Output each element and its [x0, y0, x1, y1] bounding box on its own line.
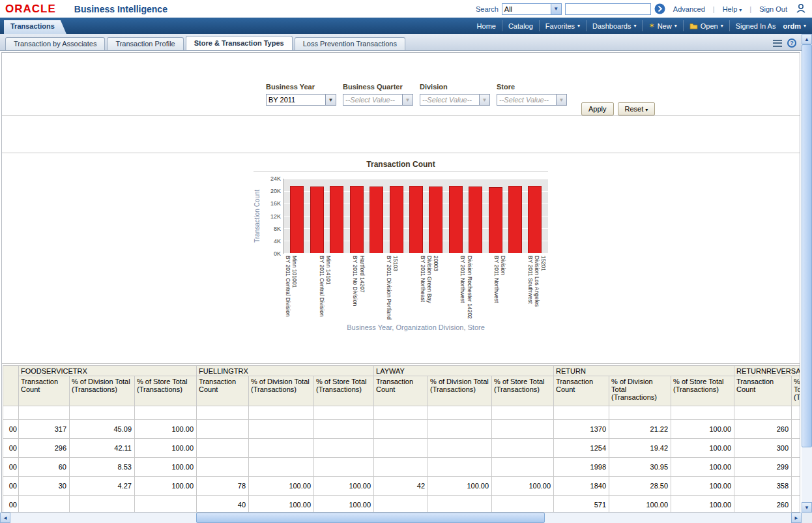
hscroll-track[interactable]	[10, 513, 791, 523]
hscroll-thumb[interactable]	[196, 513, 545, 523]
bar[interactable]	[330, 186, 343, 253]
gridline	[284, 253, 548, 254]
tab-loss-prevention-transactions[interactable]: Loss Prevention Transactions	[295, 37, 405, 50]
cell: 00	[3, 496, 19, 513]
y-tick-label: 0K	[274, 250, 281, 257]
nav-new[interactable]: ✶New▾	[642, 20, 682, 31]
dashboard-tab-transactions[interactable]: Transactions	[4, 20, 66, 34]
cell: 30	[19, 477, 70, 496]
cell: 1370	[554, 420, 609, 439]
page-options-icon[interactable]	[773, 40, 782, 47]
division-select[interactable]: --Select Value-- ▼	[420, 94, 490, 106]
search-go-icon[interactable]	[654, 3, 665, 14]
column-header: % of Store Total (Transactions)	[135, 376, 197, 406]
cell: 30.95	[609, 458, 671, 477]
cell: 260	[734, 420, 792, 439]
cell: 78	[197, 477, 249, 496]
dashboard-page-tabs: Transaction by Associates Transaction Pr…	[0, 34, 802, 51]
tab-transaction-by-associates[interactable]: Transaction by Associates	[5, 37, 105, 50]
cell	[314, 406, 374, 420]
help-link[interactable]: Help ▾	[718, 5, 747, 13]
search-input[interactable]	[565, 3, 651, 15]
scroll-up-icon[interactable]: ▲	[802, 34, 812, 44]
cell: 00	[3, 458, 19, 477]
cell	[792, 406, 800, 420]
bar[interactable]	[350, 186, 364, 253]
cell	[314, 458, 374, 477]
bar-series	[284, 179, 548, 253]
business-quarter-select[interactable]: --Select Value-- ▼	[343, 94, 413, 106]
sign-out-link[interactable]: Sign Out	[755, 5, 792, 13]
search-scope-select[interactable]: All ▼	[502, 3, 562, 15]
chevron-down-icon[interactable]: ▼	[325, 95, 336, 105]
horizontal-scrollbar[interactable]: ◄ ►	[0, 513, 802, 523]
business-year-select[interactable]: BY 2011 ▼	[266, 94, 336, 106]
chevron-down-icon[interactable]: ▼	[551, 4, 561, 14]
cell: 42	[374, 477, 428, 496]
vscroll-thumb[interactable]	[802, 44, 812, 447]
scroll-down-icon[interactable]: ▼	[802, 502, 812, 513]
cell: 00	[3, 420, 19, 439]
cell: 21.22	[609, 420, 671, 439]
bar[interactable]	[370, 187, 383, 253]
column-group-header: FUELLINGTRX	[197, 366, 374, 376]
cell: 296	[19, 439, 70, 458]
chevron-down-icon[interactable]: ▼	[556, 95, 566, 105]
prompt-division: Division --Select Value-- ▼	[420, 83, 490, 106]
column-header: Transaction Count	[197, 376, 249, 406]
vscroll-track[interactable]	[802, 44, 812, 502]
bar[interactable]	[449, 186, 463, 253]
y-tick-label: 16K	[270, 200, 281, 207]
bar[interactable]	[508, 186, 522, 253]
column-header: Transaction Count	[734, 376, 792, 406]
scroll-right-icon[interactable]: ►	[791, 513, 802, 523]
cell: 100.00	[135, 477, 197, 496]
bar[interactable]	[429, 187, 442, 253]
nav-favorites[interactable]: Favorites▾	[539, 20, 586, 31]
column-header: % of Division Total (Transactions)	[70, 376, 135, 406]
bar[interactable]	[310, 187, 324, 253]
cell	[197, 420, 249, 439]
dashboard-content: Business Year BY 2011 ▼ Business Quarter…	[1, 52, 800, 513]
scroll-left-icon[interactable]: ◄	[0, 513, 10, 523]
column-header: % of Store Total (Transactions)	[492, 376, 554, 406]
nav-signed-in-as[interactable]: Signed In As ordm▾	[729, 20, 812, 31]
cell	[492, 439, 554, 458]
nav-home[interactable]: Home	[471, 20, 502, 31]
advanced-link[interactable]: Advanced	[669, 5, 710, 13]
nav-catalog[interactable]: Catalog	[502, 20, 539, 31]
tab-store-transaction-types[interactable]: Store & Transaction Types	[186, 36, 293, 50]
cell	[792, 477, 800, 496]
cell: 100.00	[135, 458, 197, 477]
chevron-down-icon: ▾	[804, 23, 806, 29]
x-axis-title: Business Year, Organization Division, St…	[283, 323, 548, 331]
cell: 100.00	[671, 439, 734, 458]
cell: 00	[3, 477, 19, 496]
bar[interactable]	[390, 186, 403, 253]
x-axis-label: BY 2011 Northwest Division	[493, 256, 506, 320]
bar[interactable]	[469, 187, 482, 253]
bar[interactable]	[489, 187, 502, 253]
cell: 100.00	[249, 496, 314, 513]
chevron-down-icon[interactable]: ▼	[402, 95, 413, 105]
nav-open[interactable]: Open▾	[683, 20, 729, 31]
bar[interactable]	[290, 186, 304, 253]
product-title: Business Intelligence	[74, 4, 167, 14]
chevron-down-icon: ▾	[633, 23, 636, 29]
chevron-down-icon[interactable]: ▼	[479, 95, 489, 105]
vertical-scrollbar[interactable]: ▲ ▼	[802, 34, 812, 513]
bar[interactable]	[528, 186, 542, 253]
apply-button[interactable]: Apply	[581, 102, 614, 115]
help-icon[interactable]: ?	[787, 38, 796, 48]
cell	[197, 458, 249, 477]
chart-title: Transaction Count	[254, 160, 548, 172]
nav-dashboards[interactable]: Dashboards▾	[586, 20, 642, 31]
table-row: 00608.53100.00199830.95100.00299	[3, 458, 800, 477]
bar[interactable]	[409, 186, 423, 253]
user-icon	[795, 3, 807, 15]
reset-button[interactable]: Reset ▾	[618, 102, 656, 115]
top-bar: ORACLE Business Intelligence Search All …	[0, 0, 812, 18]
y-tick-label: 20K	[270, 188, 281, 194]
store-select[interactable]: --Select Value-- ▼	[497, 94, 567, 106]
tab-transaction-profile[interactable]: Transaction Profile	[107, 37, 183, 50]
